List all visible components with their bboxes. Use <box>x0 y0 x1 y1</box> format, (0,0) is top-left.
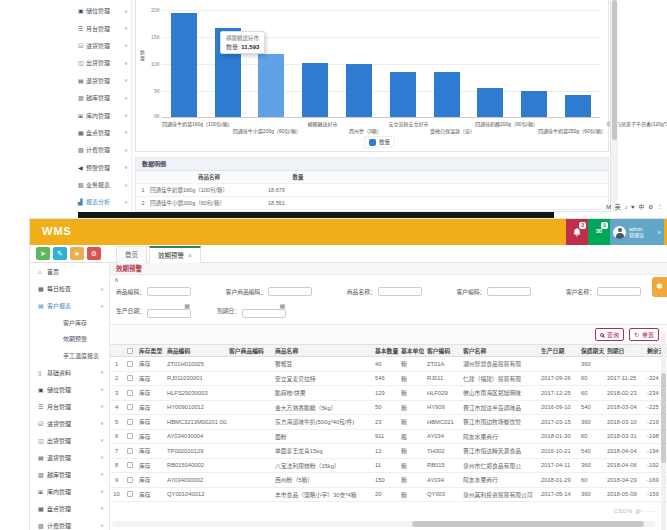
cell-shelf-life-days: 60 <box>579 390 605 396</box>
row-checkbox[interactable] <box>127 361 133 367</box>
row-checkbox[interactable] <box>127 390 133 396</box>
reset-button[interactable]: ↻ 重置 <box>629 328 659 341</box>
wms-sidebar-item[interactable]: ▤ 客户报表 ∨ <box>33 297 109 314</box>
table-row[interactable]: 10 库存 QY001040012 丰市食品（混略小字）30支*4箱 20 箱 … <box>110 488 667 503</box>
report-sidebar-item[interactable]: ▣ 储位管理 ∨ <box>75 2 131 19</box>
table-row[interactable]: 1 库存 ZT01H010025 蟹榴豆 40 箱 ZT01A 潮州智慧食品贸易… <box>110 357 667 372</box>
table-row[interactable]: 7 库存 TP002020129 单面泰王龙青15kg 12 箱 TH002 晋… <box>110 444 667 459</box>
row-checkbox[interactable] <box>127 419 133 425</box>
wms-sidebar-item[interactable]: ▯ 基础资料 ∨ <box>33 364 109 381</box>
wms-sidebar-item[interactable]: ▨ 计费管理 ∨ <box>33 517 109 530</box>
messages-count-badge: 0 <box>601 222 608 229</box>
wms-sidebar-item[interactable]: ▥ 越库管理 ∨ <box>33 466 109 483</box>
user-menu[interactable]: admin 管理员 ∨ <box>610 219 664 245</box>
query-button[interactable]: 查询 <box>595 328 624 341</box>
report-sidebar-item[interactable]: ◀ 预警管理 ∨ <box>75 159 131 176</box>
row-checkbox[interactable] <box>127 433 133 439</box>
wms-sidebar-item[interactable]: 手工温度报表 <box>33 347 109 364</box>
cell-select <box>123 361 137 367</box>
edit-button[interactable]: ✎ <box>53 247 67 260</box>
chart-bar[interactable] <box>258 54 284 117</box>
chart-bar[interactable] <box>302 63 328 117</box>
chart-legend[interactable]: 数量 <box>364 136 395 148</box>
row-checkbox[interactable] <box>127 448 133 454</box>
browser-scrollbar[interactable] <box>610 0 618 212</box>
hscroll-thumb[interactable] <box>412 521 644 527</box>
wms-sidebar-item[interactable]: ⌂ 首页 <box>33 263 109 280</box>
wms-sidebar-item[interactable]: ▦ 盘点管理 ∨ <box>33 500 109 517</box>
chart-bar[interactable] <box>477 88 503 117</box>
chevron-down-icon: ∨ <box>124 182 128 188</box>
collapse-filters-toggle[interactable]: ∧ <box>110 275 667 285</box>
table-row[interactable]: 8 库存 RB015040002 八宝法利甩枝粉（15kg） 11 箱 RB01… <box>110 459 667 474</box>
share-button[interactable]: ⚙ <box>87 247 101 260</box>
row-checkbox[interactable] <box>127 462 133 468</box>
report-sidebar-item[interactable]: ⊞ 库内管理 ∨ <box>75 106 131 123</box>
chart-bar[interactable] <box>434 72 460 117</box>
wms-sidebar-item[interactable]: ▤ 退货管理 ∨ <box>33 449 109 466</box>
chart-bar[interactable] <box>390 72 416 117</box>
report-sidebar-item[interactable]: ☰ 月台管理 ∨ <box>75 19 131 36</box>
date-input[interactable] <box>147 309 191 318</box>
cell-shelf-life-days: 360 <box>579 491 605 497</box>
row-checkbox[interactable] <box>127 477 133 483</box>
star-button[interactable]: ★ <box>70 247 84 260</box>
report-sidebar-item[interactable]: ▟ 报表分析 ∨ <box>75 193 131 210</box>
cell-product-code: TP002020129 <box>165 448 227 454</box>
send-button[interactable]: ➤ <box>36 247 50 260</box>
wms-sidebar-item[interactable]: ▣ 储位管理 ∨ <box>33 381 109 398</box>
filter-input[interactable] <box>147 287 191 296</box>
report-sidebar-item[interactable]: ▧ 业务报表 ∨ <box>75 176 131 193</box>
filter-input[interactable] <box>378 287 422 296</box>
report-sidebar-item[interactable]: ☑ 进货管理 ∨ <box>75 37 131 54</box>
row-checkbox[interactable] <box>127 491 133 497</box>
chart-bar[interactable] <box>171 13 197 117</box>
tab-expiry-warning[interactable]: 效期预警 × <box>149 246 201 263</box>
filter-input[interactable] <box>487 287 531 296</box>
table-row[interactable]: 3 库存 HLFS29030003 脆麻枝/饼果 129 箱 HLF029 佛山… <box>110 386 667 401</box>
wms-sidebar-item[interactable]: ☑ 进货管理 ∨ <box>33 415 109 432</box>
table-vertical-scrollbar[interactable] <box>661 333 666 530</box>
scrollbar-thumb[interactable] <box>612 0 617 140</box>
calendar-icon[interactable]: ▦ <box>184 302 190 309</box>
messages-button[interactable]: ✉ 0 <box>588 219 610 245</box>
filter-input[interactable] <box>268 287 312 296</box>
date-filter-group: 到期日： ▦ <box>217 301 286 319</box>
wms-sidebar-item[interactable]: ◫ 出货管理 ∨ <box>33 432 109 449</box>
panel-settings-button[interactable]: ✱ <box>652 277 667 297</box>
table-row[interactable]: 2 库存 RJ011030001 安立宜麦贝拉特 546 箱 RJ011 仁建（… <box>110 372 667 387</box>
detail-row[interactable]: 2 回通佳牛小袋200g（60包/箱） 18,561 <box>136 197 608 210</box>
vscroll-thumb[interactable] <box>661 373 666 463</box>
report-sidebar-item[interactable]: ▥ 越库管理 ∨ <box>75 89 131 106</box>
x-tick-label: 安立宜粉安立好市 <box>387 120 430 127</box>
chart-bar[interactable] <box>565 95 591 117</box>
wms-sidebar-item[interactable]: ☰ 月台管理 ∨ <box>33 398 109 415</box>
report-sidebar-item[interactable]: ▨ 计费管理 ∨ <box>75 141 131 158</box>
select-all-checkbox[interactable] <box>127 348 133 354</box>
table-row[interactable]: 4 库存 HY009010012 金大万熟香脆糖（5kg） 50 箱 HY909… <box>110 401 667 416</box>
filter-input[interactable] <box>597 287 641 296</box>
table-row[interactable]: 9 库存 AY034030002 西州粉（5箱） 150 箱 AY034 阿友水… <box>110 473 667 488</box>
detail-row[interactable]: 1 回通佳牛奶袋160g（100包/箱） 18,679 <box>136 184 608 197</box>
wms-sidebar-item[interactable]: 效期预警 <box>33 331 109 348</box>
report-sidebar-item[interactable]: ◫ 出货管理 ∨ <box>75 54 131 71</box>
calendar-icon[interactable]: ▦ <box>280 302 286 309</box>
wms-sidebar-item[interactable]: ⊞ 库内管理 ∨ <box>33 483 109 500</box>
chart-bar[interactable] <box>346 64 372 117</box>
report-sidebar-item[interactable]: ▦ 盘点管理 ∨ <box>75 124 131 141</box>
row-checkbox[interactable] <box>127 375 133 381</box>
row-checkbox[interactable] <box>127 404 133 410</box>
table-row[interactable]: 6 库存 AY034030004 面粉 911 瓶 AY034 阿友水果商行 2… <box>110 430 667 445</box>
date-input[interactable] <box>242 309 286 318</box>
report-sidebar-item[interactable]: ▤ 退货管理 ∨ <box>75 72 131 89</box>
alerts-button[interactable]: 3 <box>566 219 588 245</box>
tab-home[interactable]: 首页 <box>116 246 147 263</box>
wms-sidebar-item[interactable]: ▦ 每日检查 ∨ <box>33 280 109 297</box>
table-row[interactable]: 5 库存 HBMC3213M00201 00203 东方海道味牛扒(500g*4… <box>110 415 667 430</box>
app-logo[interactable]: WMS <box>42 225 72 237</box>
close-icon[interactable]: × <box>188 248 192 263</box>
cell-product-code: AY034030002 <box>165 477 227 483</box>
chart-bar[interactable] <box>521 91 547 117</box>
wms-sidebar-item[interactable]: 客户库存 <box>33 314 109 331</box>
horizontal-scrollbar[interactable] <box>112 521 655 527</box>
